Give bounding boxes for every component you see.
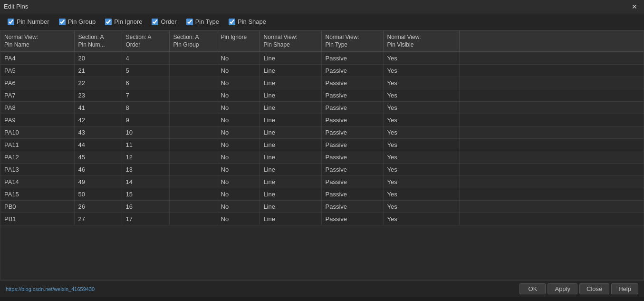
cell-col-pin-group bbox=[169, 176, 217, 188]
cell-col-pin-name: PA7 bbox=[0, 89, 74, 102]
column-header-h-extra bbox=[459, 31, 644, 52]
pin-group-check-checkbox[interactable] bbox=[59, 19, 66, 25]
cell-col-order: 5 bbox=[122, 65, 169, 77]
cell-col-pin-shape: Line bbox=[260, 52, 321, 65]
cell-col-order: 16 bbox=[122, 201, 169, 213]
cell-col-pin-group bbox=[169, 89, 217, 102]
cell-col-pin-name: PA4 bbox=[0, 52, 74, 65]
cell-col-pin-ignore: No bbox=[217, 201, 260, 213]
pin-type-check-checkbox[interactable] bbox=[186, 19, 193, 25]
pin-number-check-checkbox[interactable] bbox=[8, 19, 14, 25]
cell-col-pin-type: Passive bbox=[321, 102, 383, 114]
cell-col-pin-group bbox=[169, 52, 217, 65]
cell-col-pin-num: 20 bbox=[74, 52, 122, 65]
cell-col-extra bbox=[459, 176, 644, 188]
toolbar-item-pin-shape-check: Pin Shape bbox=[229, 18, 266, 25]
cell-col-pin-num: 23 bbox=[74, 89, 122, 102]
cell-col-pin-group bbox=[169, 65, 217, 77]
cell-col-pin-shape: Line bbox=[260, 164, 321, 176]
table-row[interactable]: PA114411NoLinePassiveYes bbox=[0, 139, 644, 151]
cell-col-pin-num: 21 bbox=[74, 65, 122, 77]
cell-col-pin-shape: Line bbox=[260, 65, 321, 77]
close-btn[interactable]: Close bbox=[579, 283, 609, 294]
cell-col-pin-num: 50 bbox=[74, 188, 122, 201]
cell-col-pin-group bbox=[169, 77, 217, 89]
table-row[interactable]: PB02616NoLinePassiveYes bbox=[0, 201, 644, 213]
close-window-button[interactable]: ✕ bbox=[629, 2, 640, 11]
cell-col-pin-shape: Line bbox=[260, 102, 321, 114]
table-container[interactable]: Normal View:Pin NameSection: APin Num...… bbox=[0, 30, 644, 280]
cell-col-pin-group bbox=[169, 188, 217, 201]
cell-col-pin-ignore: No bbox=[217, 102, 260, 114]
cell-col-pin-num: 27 bbox=[74, 213, 122, 225]
footer-buttons: OKApplyCloseHelp bbox=[519, 283, 638, 294]
cell-col-pin-type: Passive bbox=[321, 77, 383, 89]
ok-btn[interactable]: OK bbox=[519, 283, 546, 294]
table-row[interactable]: PB12717NoLinePassiveYes bbox=[0, 213, 644, 225]
cell-col-pin-type: Passive bbox=[321, 65, 383, 77]
cell-col-extra bbox=[459, 164, 644, 176]
cell-col-pin-shape: Line bbox=[260, 139, 321, 151]
cell-col-pin-visible: Yes bbox=[383, 52, 459, 65]
order-check-label: Order bbox=[161, 18, 176, 25]
cell-col-pin-type: Passive bbox=[321, 89, 383, 102]
pin-shape-check-checkbox[interactable] bbox=[229, 19, 235, 25]
cell-col-pin-name: PA6 bbox=[0, 77, 74, 89]
cell-col-pin-name: PA15 bbox=[0, 188, 74, 201]
cell-col-pin-num: 22 bbox=[74, 77, 122, 89]
table-row[interactable]: PA134613NoLinePassiveYes bbox=[0, 164, 644, 176]
toolbar-item-pin-type-check: Pin Type bbox=[186, 18, 219, 25]
cell-col-order: 11 bbox=[122, 139, 169, 151]
pin-ignore-check-checkbox[interactable] bbox=[105, 19, 112, 25]
cell-col-pin-name: PA14 bbox=[0, 176, 74, 188]
table-row[interactable]: PA5215NoLinePassiveYes bbox=[0, 65, 644, 77]
cell-col-extra bbox=[459, 114, 644, 126]
pin-ignore-check-label: Pin Ignore bbox=[114, 18, 142, 25]
cell-col-pin-ignore: No bbox=[217, 176, 260, 188]
apply-btn[interactable]: Apply bbox=[548, 283, 577, 294]
table-row[interactable]: PA4204NoLinePassiveYes bbox=[0, 52, 644, 65]
cell-col-pin-type: Passive bbox=[321, 201, 383, 213]
cell-col-pin-ignore: No bbox=[217, 213, 260, 225]
cell-col-pin-visible: Yes bbox=[383, 201, 459, 213]
cell-col-pin-num: 41 bbox=[74, 102, 122, 114]
order-check-checkbox[interactable] bbox=[152, 19, 158, 25]
cell-col-order: 9 bbox=[122, 114, 169, 126]
table-row[interactable]: PA8418NoLinePassiveYes bbox=[0, 102, 644, 114]
pin-group-check-label: Pin Group bbox=[68, 18, 96, 25]
cell-col-pin-name: PB0 bbox=[0, 201, 74, 213]
footer: https://blog.csdn.net/weixin_41659430 OK… bbox=[0, 280, 644, 297]
cell-col-extra bbox=[459, 139, 644, 151]
cell-col-pin-ignore: No bbox=[217, 151, 260, 164]
cell-col-pin-num: 44 bbox=[74, 139, 122, 151]
cell-col-pin-visible: Yes bbox=[383, 188, 459, 201]
cell-col-pin-ignore: No bbox=[217, 65, 260, 77]
table-row[interactable]: PA104310NoLinePassiveYes bbox=[0, 126, 644, 139]
cell-col-pin-type: Passive bbox=[321, 139, 383, 151]
column-header-h-pin-num: Section: APin Num... bbox=[74, 31, 122, 52]
toolbar-item-pin-number-check: Pin Number bbox=[8, 18, 49, 25]
cell-col-pin-name: PA10 bbox=[0, 126, 74, 139]
column-header-h-pin-ignore: Pin Ignore bbox=[217, 31, 260, 52]
table-row[interactable]: PA9429NoLinePassiveYes bbox=[0, 114, 644, 126]
table-row[interactable]: PA6226NoLinePassiveYes bbox=[0, 77, 644, 89]
cell-col-pin-type: Passive bbox=[321, 213, 383, 225]
table-row[interactable]: PA155015NoLinePassiveYes bbox=[0, 188, 644, 201]
title-bar: Edit Pins ✕ bbox=[0, 0, 644, 13]
table-row[interactable]: PA124512NoLinePassiveYes bbox=[0, 151, 644, 164]
cell-col-pin-shape: Line bbox=[260, 201, 321, 213]
cell-col-pin-name: PB1 bbox=[0, 213, 74, 225]
cell-col-pin-group bbox=[169, 114, 217, 126]
cell-col-extra bbox=[459, 126, 644, 139]
cell-col-order: 6 bbox=[122, 77, 169, 89]
cell-col-pin-group bbox=[169, 102, 217, 114]
table-row[interactable]: PA7237NoLinePassiveYes bbox=[0, 89, 644, 102]
cell-col-pin-shape: Line bbox=[260, 213, 321, 225]
help-btn[interactable]: Help bbox=[611, 283, 638, 294]
window-title: Edit Pins bbox=[4, 3, 28, 10]
cell-col-pin-visible: Yes bbox=[383, 139, 459, 151]
cell-col-pin-num: 46 bbox=[74, 164, 122, 176]
cell-col-pin-visible: Yes bbox=[383, 89, 459, 102]
table-row[interactable]: PA144914NoLinePassiveYes bbox=[0, 176, 644, 188]
cell-col-pin-shape: Line bbox=[260, 114, 321, 126]
